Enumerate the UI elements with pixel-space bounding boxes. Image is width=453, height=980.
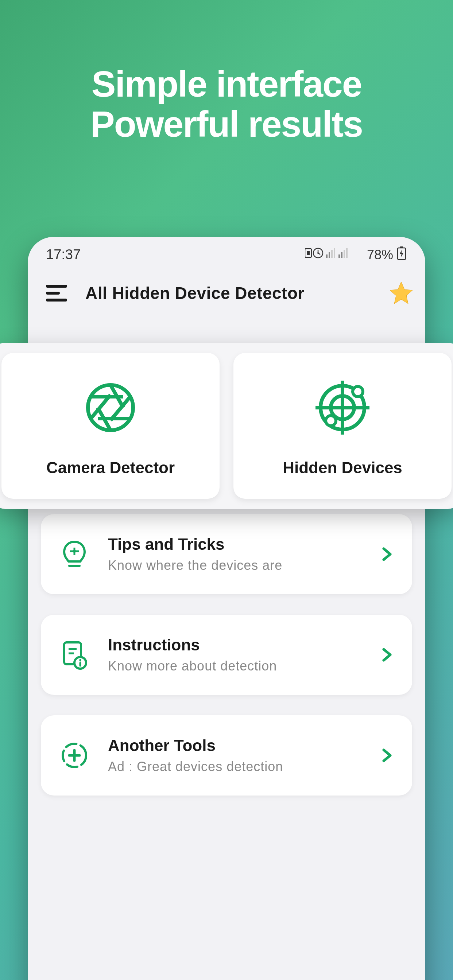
svg-rect-8 — [331, 250, 333, 258]
svg-rect-11 — [341, 252, 343, 258]
status-battery: 78% — [367, 247, 393, 262]
svg-point-28 — [88, 385, 133, 430]
list-item-title: Tips and Tricks — [108, 535, 362, 554]
plus-circle-icon — [58, 740, 91, 772]
favorite-button[interactable] — [388, 280, 414, 306]
status-icons — [305, 246, 363, 264]
svg-point-34 — [326, 415, 336, 426]
headline-line-1: Simple interface — [0, 64, 453, 104]
status-time: 17:37 — [46, 247, 81, 262]
list-item-title: Another Tools — [108, 737, 362, 755]
bulb-icon — [58, 538, 91, 570]
list-item-instructions[interactable]: Instructions Know more about detection — [41, 615, 412, 695]
svg-rect-9 — [334, 248, 335, 258]
svg-rect-7 — [329, 252, 330, 258]
aperture-icon — [81, 379, 140, 437]
marketing-headline: Simple interface Powerful results — [0, 0, 453, 144]
document-icon — [58, 639, 91, 671]
svg-rect-15 — [400, 247, 403, 248]
status-right: 78% — [305, 246, 407, 264]
menu-button[interactable] — [46, 285, 67, 302]
card-label: Camera Detector — [46, 459, 175, 477]
card-label: Hidden Devices — [283, 459, 402, 477]
list-item-subtitle: Know where the devices are — [108, 558, 362, 573]
svg-line-5 — [318, 253, 320, 255]
chevron-right-icon — [379, 547, 395, 562]
app-header: All Hidden Device Detector — [28, 269, 425, 314]
list-item-subtitle: Ad : Great devices detection — [108, 759, 362, 775]
svg-rect-1 — [307, 251, 309, 255]
phone-mockup: 17:37 — [28, 237, 425, 980]
list-item-tips[interactable]: Tips and Tricks Know where the devices a… — [41, 514, 412, 594]
chevron-right-icon — [379, 647, 395, 662]
svg-rect-13 — [346, 248, 348, 258]
svg-point-18 — [73, 550, 76, 553]
svg-rect-10 — [338, 255, 340, 258]
svg-rect-6 — [326, 255, 327, 258]
list-item-subtitle: Know more about detection — [108, 659, 362, 674]
status-bar: 17:37 — [28, 237, 425, 269]
card-hidden-devices[interactable]: Hidden Devices — [233, 353, 451, 499]
svg-rect-12 — [344, 250, 345, 258]
list-item-title: Instructions — [108, 636, 362, 654]
feature-list: Tips and Tricks Know where the devices a… — [28, 514, 425, 795]
chevron-right-icon — [379, 748, 395, 763]
headline-line-2: Powerful results — [0, 104, 453, 144]
card-camera-detector[interactable]: Camera Detector — [2, 353, 220, 499]
radar-icon — [313, 379, 372, 437]
battery-icon — [397, 246, 407, 264]
primary-cards-row: Camera Detector Hidden Devices — [0, 343, 453, 509]
star-icon — [388, 280, 414, 306]
app-title: All Hidden Device Detector — [85, 283, 305, 303]
list-item-another-tools[interactable]: Another Tools Ad : Great devices detecti… — [41, 715, 412, 795]
svg-point-33 — [353, 387, 363, 397]
